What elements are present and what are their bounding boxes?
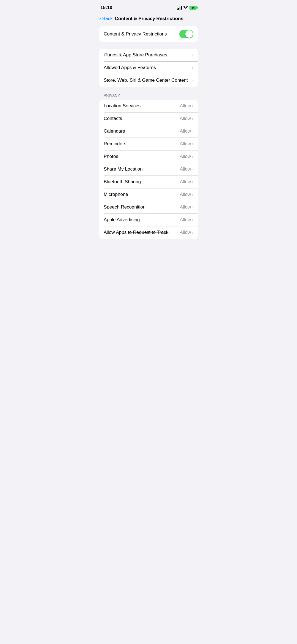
signal-icon	[177, 6, 182, 10]
photos-value: Allow	[180, 154, 191, 159]
reminders-right: Allow ›	[180, 141, 193, 147]
chevron-icon: ›	[192, 78, 193, 83]
chevron-icon: ›	[192, 205, 193, 209]
microphone-value: Allow	[180, 192, 191, 197]
status-time: 15:10	[100, 5, 112, 10]
chevron-icon: ›	[192, 218, 193, 222]
contacts-value: Allow	[180, 116, 191, 121]
share-location-row[interactable]: Share My Location Allow ›	[99, 163, 198, 176]
photos-row[interactable]: Photos Allow ›	[99, 150, 198, 163]
chevron-icon: ›	[192, 192, 193, 197]
location-services-row[interactable]: Location Services Allow ›	[99, 100, 198, 112]
calendars-row[interactable]: Calendars Allow ›	[99, 125, 198, 138]
contacts-row[interactable]: Contacts Allow ›	[99, 112, 198, 125]
wifi-icon	[183, 6, 188, 10]
calendars-value: Allow	[180, 128, 191, 134]
chevron-icon: ›	[192, 154, 193, 159]
store-web-siri-label: Store, Web, Siri & Game Center Content	[104, 78, 188, 83]
allow-apps-track-label: Allow Apps to Request to Track	[104, 230, 168, 235]
apple-advertising-label: Apple Advertising	[104, 217, 140, 223]
bluetooth-sharing-value: Allow	[180, 179, 191, 185]
reminders-value: Allow	[180, 141, 191, 147]
allowed-apps-right: ›	[192, 65, 193, 70]
apple-advertising-right: Allow ›	[180, 217, 193, 223]
main-toggle-section: Content & Privacy Restrictions	[99, 26, 198, 42]
microphone-label: Microphone	[104, 192, 128, 197]
privacy-group: Location Services Allow › Contacts Allow…	[99, 100, 198, 239]
apple-advertising-row[interactable]: Apple Advertising Allow ›	[99, 213, 198, 226]
speech-recognition-row[interactable]: Speech Recognition Allow ›	[99, 201, 198, 213]
itunes-purchases-row[interactable]: iTunes & App Store Purchases ›	[99, 49, 198, 61]
chevron-icon: ›	[192, 180, 193, 184]
calendars-right: Allow ›	[180, 128, 193, 134]
photos-right: Allow ›	[180, 154, 193, 159]
chevron-icon: ›	[192, 53, 193, 57]
allowed-apps-label: Allowed Apps & Features	[104, 65, 156, 70]
allowed-apps-row[interactable]: Allowed Apps & Features ›	[99, 61, 198, 74]
nav-header: ‹ Back Content & Privacy Restrictions	[95, 14, 202, 26]
allow-apps-track-row[interactable]: Allow Apps to Request to Track Allow ›	[99, 226, 198, 239]
back-label: Back	[102, 16, 113, 21]
chevron-icon: ›	[192, 104, 193, 108]
microphone-row[interactable]: Microphone Allow ›	[99, 188, 198, 201]
share-location-right: Allow ›	[180, 166, 193, 172]
itunes-purchases-right: ›	[192, 53, 193, 57]
reminders-row[interactable]: Reminders Allow ›	[99, 138, 198, 150]
apple-advertising-value: Allow	[180, 217, 191, 223]
contacts-right: Allow ›	[180, 116, 193, 121]
chevron-icon: ›	[192, 65, 193, 70]
bluetooth-sharing-label: Bluetooth Sharing	[104, 179, 141, 185]
contacts-label: Contacts	[104, 116, 122, 121]
location-services-label: Location Services	[104, 103, 141, 109]
content-privacy-toggle[interactable]	[179, 30, 193, 38]
store-web-siri-right: ›	[192, 78, 193, 83]
photos-label: Photos	[104, 154, 118, 159]
chevron-icon: ›	[192, 167, 193, 171]
itunes-purchases-label: iTunes & App Store Purchases	[104, 52, 167, 58]
menu-items-group: iTunes & App Store Purchases › Allowed A…	[99, 49, 198, 87]
share-location-label: Share My Location	[104, 166, 143, 172]
chevron-icon: ›	[192, 116, 193, 121]
page-title: Content & Privacy Restrictions	[115, 16, 183, 21]
bluetooth-sharing-row[interactable]: Bluetooth Sharing Allow ›	[99, 176, 198, 188]
reminders-label: Reminders	[104, 141, 126, 147]
battery-icon: 44	[189, 6, 197, 10]
share-location-value: Allow	[180, 166, 191, 172]
bluetooth-sharing-right: Allow ›	[180, 179, 193, 185]
speech-recognition-right: Allow ›	[180, 204, 193, 210]
allow-apps-track-right: Allow ›	[180, 230, 193, 235]
store-web-siri-row[interactable]: Store, Web, Siri & Game Center Content ›	[99, 74, 198, 87]
chevron-icon: ›	[192, 230, 193, 235]
back-button[interactable]: ‹ Back	[99, 16, 112, 21]
back-chevron-icon: ‹	[99, 16, 101, 21]
status-bar: 15:10 44	[95, 0, 202, 14]
allow-apps-track-value: Allow	[180, 230, 191, 235]
microphone-right: Allow ›	[180, 192, 193, 197]
privacy-section-header: PRIVACY	[95, 93, 202, 100]
speech-recognition-label: Speech Recognition	[104, 204, 145, 210]
chevron-icon: ›	[192, 129, 193, 133]
toggle-label: Content & Privacy Restrictions	[104, 31, 167, 37]
toggle-knob	[185, 30, 193, 38]
chevron-icon: ›	[192, 142, 193, 146]
location-services-right: Allow ›	[180, 103, 193, 109]
content-privacy-toggle-row: Content & Privacy Restrictions	[104, 26, 193, 42]
status-icons: 44	[177, 6, 197, 10]
calendars-label: Calendars	[104, 128, 125, 134]
location-services-value: Allow	[180, 103, 191, 109]
speech-recognition-value: Allow	[180, 204, 191, 210]
